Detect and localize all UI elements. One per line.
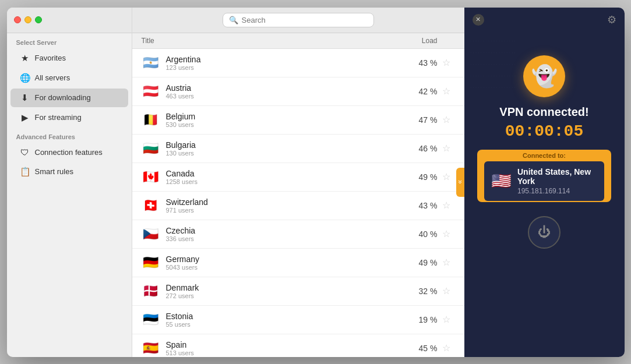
country-flag: 🇦🇹	[142, 82, 160, 101]
table-row[interactable]: 🇦🇷 Argentina 123 users 43 % ☆	[132, 49, 464, 77]
table-row[interactable]: 🇨🇦 Canada 1258 users 49 % ☆	[132, 163, 464, 192]
star-icon: ★	[20, 53, 30, 63]
server-name: Estonia	[166, 312, 403, 321]
server-info: Austria 463 users	[166, 83, 403, 100]
server-load: 49 %	[403, 258, 438, 267]
main-toolbar: 🔍	[132, 8, 464, 33]
maximize-button[interactable]	[35, 16, 42, 23]
svg-text:· · · · · · · · · · · · · · · : · · · · · · · · · · · · · · · · · ·	[470, 62, 516, 67]
svg-text:· · · · · · · · · · · · · · · : · · · · · · · · · · · · · · · · · ·	[470, 73, 516, 79]
server-load: 43 %	[403, 58, 438, 68]
download-icon: ⬇	[20, 93, 30, 103]
server-name: Switzerland	[166, 197, 403, 207]
sidebar-item-for-streaming[interactable]: ▶ For streaming	[10, 108, 128, 127]
table-row[interactable]: 🇧🇬 Bulgaria 130 users 46 % ☆	[132, 135, 464, 163]
favorite-star-button[interactable]: ☆	[438, 171, 455, 182]
server-users: 513 users	[166, 349, 403, 356]
sidebar-item-connection-features-label: Connection features	[35, 148, 103, 157]
server-info: Germany 5043 users	[166, 255, 403, 271]
server-name: Denmark	[166, 283, 403, 292]
server-info: Canada 1258 users	[166, 169, 403, 185]
server-name: Czechia	[166, 226, 403, 235]
server-users: 1258 users	[166, 178, 403, 185]
table-row[interactable]: 🇨🇿 Czechia 336 users 40 % ☆	[132, 220, 464, 249]
sidebar-item-for-streaming-label: For streaming	[35, 113, 82, 122]
traffic-lights	[14, 16, 42, 23]
connected-box: Connected to: 🇺🇸 United States, New York…	[477, 150, 611, 202]
svg-text:· · · · · · · · · · · · · · · : · · · · · · · · · · · · · · · · · ·	[470, 85, 516, 90]
connected-country-flag: 🇺🇸	[491, 171, 512, 192]
minimize-button[interactable]	[24, 16, 31, 23]
connected-country-name: United States, New York	[517, 167, 597, 186]
table-row[interactable]: 🇩🇰 Denmark 272 users 32 % ☆	[132, 277, 464, 306]
svg-text:· · · · · · · · · · · · · · · : · · · · · · · · · · · · · · · · · ·	[470, 50, 516, 55]
sidebar-item-all-servers[interactable]: 🌐 All servers	[10, 69, 128, 87]
search-bar[interactable]: 🔍	[223, 13, 374, 27]
server-info: Belgium 530 users	[166, 112, 403, 128]
search-input[interactable]	[242, 16, 368, 24]
country-flag: 🇧🇬	[142, 139, 160, 158]
close-button[interactable]	[14, 16, 21, 23]
server-load: 32 %	[403, 287, 438, 296]
advanced-features-label: Advanced Features	[7, 128, 132, 143]
table-row[interactable]: 🇨🇭 Switzerland 971 users 43 % ☆	[132, 192, 464, 220]
server-name: Austria	[166, 83, 403, 93]
server-users: 336 users	[166, 235, 403, 242]
collapse-arrows-icon: »	[456, 180, 464, 184]
favorite-star-button[interactable]: ☆	[438, 285, 455, 296]
server-users: 5043 users	[166, 264, 403, 271]
collapse-tab[interactable]: »	[456, 168, 464, 197]
favorite-star-button[interactable]: ☆	[438, 314, 455, 325]
favorite-star-button[interactable]: ☆	[438, 143, 455, 154]
favorite-star-button[interactable]: ☆	[438, 86, 455, 97]
table-row[interactable]: 🇩🇪 Germany 5043 users 49 % ☆	[132, 249, 464, 277]
table-row[interactable]: 🇪🇸 Spain 513 users 45 % ☆	[132, 334, 464, 357]
server-info: Switzerland 971 users	[166, 197, 403, 214]
right-panel: ✕ ⚙ · · · · · · · · · · · · · · · · · · …	[464, 8, 625, 357]
server-load: 49 %	[403, 172, 438, 182]
table-row[interactable]: 🇪🇪 Estonia 55 users 19 % ☆	[132, 306, 464, 334]
server-info: Estonia 55 users	[166, 312, 403, 328]
server-users: 463 users	[166, 93, 403, 100]
country-flag: 🇩🇪	[142, 253, 160, 272]
favorite-star-button[interactable]: ☆	[438, 257, 455, 268]
server-load: 42 %	[403, 87, 438, 96]
cyberghost-logo: 👻	[523, 55, 565, 97]
server-users: 530 users	[166, 121, 403, 128]
table-row[interactable]: 🇧🇪 Belgium 530 users 47 % ☆	[132, 106, 464, 135]
sidebar-item-smart-rules-label: Smart rules	[35, 167, 73, 176]
server-list: 🇦🇷 Argentina 123 users 43 % ☆ 🇦🇹 Austria…	[132, 49, 464, 357]
country-flag: 🇪🇪	[142, 310, 160, 329]
ghost-icon: 👻	[531, 64, 558, 89]
main-content: 🔍 Title Load 🇦🇷 Argentina 123 users 43 %…	[132, 8, 464, 357]
favorite-star-button[interactable]: ☆	[438, 57, 455, 68]
table-row[interactable]: 🇦🇹 Austria 463 users 42 % ☆	[132, 77, 464, 106]
favorite-star-button[interactable]: ☆	[438, 228, 455, 239]
country-flag: 🇨🇿	[142, 225, 160, 243]
server-users: 971 users	[166, 207, 403, 214]
play-icon: ▶	[20, 112, 30, 123]
select-server-label: Select Server	[7, 33, 132, 48]
server-load: 43 %	[403, 201, 438, 210]
connected-details: United States, New York 195.181.169.114	[517, 167, 597, 195]
sidebar-item-favorites[interactable]: ★ Favorites	[10, 49, 128, 68]
favorite-star-button[interactable]: ☆	[438, 342, 455, 354]
titlebar	[7, 8, 132, 33]
sidebar-item-connection-features[interactable]: 🛡 Connection features	[10, 143, 128, 161]
server-load: 45 %	[403, 344, 438, 353]
server-load: 40 %	[403, 229, 438, 239]
power-button[interactable]: ⏻	[528, 216, 561, 249]
col-load-header: Load	[391, 37, 438, 45]
favorite-star-button[interactable]: ☆	[438, 200, 455, 211]
favorite-star-button[interactable]: ☆	[438, 114, 455, 125]
server-name: Argentina	[166, 55, 403, 64]
server-load: 47 %	[403, 115, 438, 125]
country-flag: 🇦🇷	[142, 54, 160, 72]
col-title-header: Title	[142, 37, 391, 45]
sidebar-item-for-downloading[interactable]: ⬇ For downloading	[10, 89, 128, 107]
vpn-status-text: VPN connected!	[499, 105, 588, 119]
server-users: 272 users	[166, 292, 403, 299]
sidebar-item-favorites-label: Favorites	[35, 54, 66, 62]
country-flag: 🇧🇪	[142, 111, 160, 129]
sidebar-item-smart-rules[interactable]: 📋 Smart rules	[10, 162, 128, 181]
